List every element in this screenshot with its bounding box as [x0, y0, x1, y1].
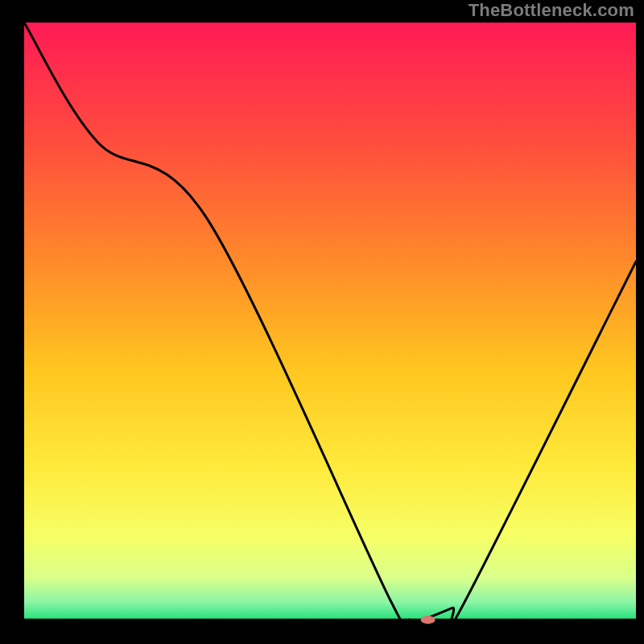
attribution-text: TheBottleneck.com	[469, 0, 634, 21]
bottleneck-chart: TheBottleneck.com	[0, 0, 644, 644]
chart-svg	[0, 0, 644, 644]
optimum-marker	[421, 616, 436, 624]
plot-background	[24, 23, 636, 620]
